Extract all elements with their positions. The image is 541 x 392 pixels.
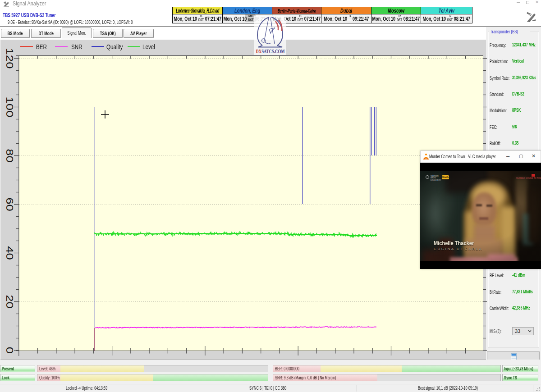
svg-text:40: 40 — [5, 246, 16, 260]
svg-text:60: 60 — [5, 197, 16, 211]
svg-text:DXSATCS.COM: DXSATCS.COM — [256, 48, 285, 55]
svg-text:100: 100 — [5, 97, 16, 118]
svg-text:20: 20 — [5, 295, 16, 309]
svg-text:120: 120 — [5, 48, 16, 69]
svg-text:80: 80 — [5, 149, 16, 163]
svg-text:0: 0 — [5, 347, 16, 354]
